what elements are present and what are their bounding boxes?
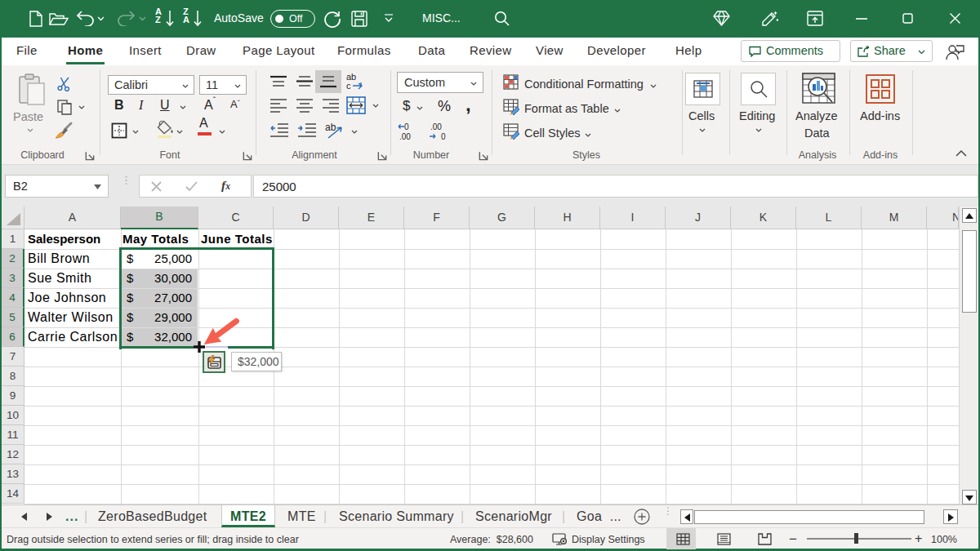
svg-text:c: c	[346, 81, 351, 91]
svg-text:ab: ab	[325, 122, 336, 133]
svg-text:.00: .00	[399, 132, 411, 141]
svg-text:0: 0	[404, 122, 409, 131]
svg-text:0: 0	[441, 132, 446, 141]
svg-text:.00: .00	[430, 122, 442, 131]
